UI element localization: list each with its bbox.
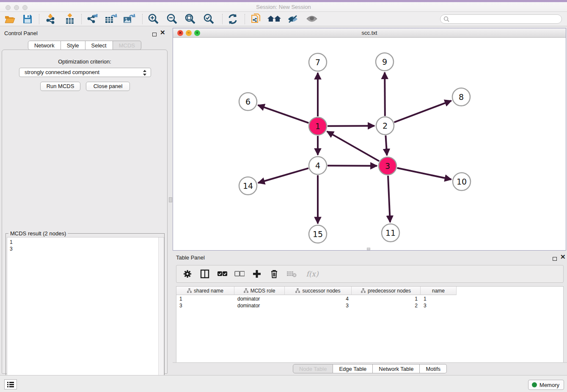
network-window-titlebar[interactable]: ✕ − + scc.txt (173, 28, 566, 38)
graph-edge-4-14[interactable] (258, 168, 308, 183)
tab-motifs[interactable]: Motifs (420, 364, 447, 373)
close-table-panel-icon[interactable]: ✕ (560, 255, 566, 259)
hide-selected-icon[interactable] (286, 14, 300, 25)
control-panel: Control Panel ✕ NetworkStyleSelectMCDS O… (0, 26, 169, 375)
delete-table-icon (286, 269, 297, 279)
cell-shared-name[interactable]: 3 (176, 302, 234, 309)
float-panel-icon[interactable] (152, 30, 157, 38)
tab-node-table[interactable]: Node Table (293, 364, 333, 373)
open-session-icon[interactable] (3, 14, 17, 25)
graph-edge-3-11[interactable] (388, 176, 390, 222)
minimize-view-button[interactable]: − (186, 30, 192, 36)
add-column-icon[interactable] (252, 269, 262, 279)
network-canvas[interactable]: 7968124314101511 (173, 38, 566, 250)
column-header-shared-name[interactable]: shared name (176, 287, 234, 295)
tab-network[interactable]: Network (28, 41, 61, 50)
memory-button[interactable]: Memory (528, 380, 564, 390)
cell-MCDS-role[interactable]: dominator (234, 302, 285, 309)
tab-mcds[interactable]: MCDS (113, 41, 141, 50)
select-all-icon[interactable] (217, 269, 227, 279)
network-overview-icon[interactable] (249, 14, 263, 25)
criterion-dropdown[interactable]: strongly connected component (19, 68, 151, 77)
split-columns-icon[interactable] (200, 269, 210, 279)
criterion-value: strongly connected component (25, 69, 99, 75)
graph-node-label-10: 10 (457, 177, 467, 186)
main-toolbar (0, 12, 567, 26)
graph-node-label-6: 6 (245, 97, 250, 106)
table-row[interactable]: 1dominator411 (176, 295, 564, 302)
save-session-icon[interactable] (20, 14, 35, 25)
node-table[interactable]: shared nameMCDS rolesuccessor nodesprede… (176, 286, 564, 362)
graph-edge-4-3[interactable] (328, 166, 377, 166)
graph-node-label-9: 9 (382, 57, 387, 66)
table-row[interactable]: 3dominator323 (176, 302, 564, 309)
deselect-all-icon[interactable] (234, 269, 245, 279)
mcds-result-title: MCDS result (2 nodes) (8, 230, 68, 237)
column-header-MCDS-role[interactable]: MCDS role (234, 287, 285, 295)
toolbar-separator (142, 14, 143, 24)
column-header-label: predecessor nodes (368, 288, 411, 294)
graph-edge-2-3[interactable] (385, 135, 387, 155)
cell-successor-nodes[interactable]: 3 (285, 302, 352, 309)
toolbar-separator (81, 14, 82, 24)
tab-style[interactable]: Style (61, 41, 85, 50)
control-panel-title: Control Panel (4, 30, 38, 36)
graph-edge-3-1[interactable] (327, 131, 379, 161)
column-header-predecessor-nodes[interactable]: predecessor nodes (352, 287, 421, 295)
minimize-window-button[interactable] (14, 5, 19, 10)
import-network-icon[interactable] (44, 14, 58, 25)
export-network-icon[interactable] (85, 14, 99, 25)
mcds-result-list[interactable]: 1 3 (7, 237, 164, 392)
zoom-fit-icon[interactable] (183, 14, 197, 25)
task-history-button[interactable] (4, 379, 17, 389)
memory-status-icon (532, 382, 537, 387)
column-header-name[interactable]: name (421, 287, 457, 295)
view-splitter-grip[interactable] (367, 248, 370, 250)
cell-successor-nodes[interactable]: 4 (285, 295, 352, 302)
cell-shared-name[interactable]: 1 (176, 295, 234, 302)
cell-predecessor-nodes[interactable]: 1 (352, 295, 421, 302)
search-input[interactable] (440, 14, 562, 24)
maximize-window-button[interactable] (22, 5, 28, 10)
run-mcds-button[interactable]: Run MCDS (40, 82, 80, 91)
splitter-grip[interactable] (169, 197, 172, 202)
tab-edge-table[interactable]: Edge Table (333, 364, 373, 373)
mcds-panel: Optimization criterion: strongly connect… (2, 50, 168, 374)
graph-edge-2-9[interactable] (385, 72, 385, 116)
cell-MCDS-role[interactable]: dominator (234, 295, 285, 302)
close-panel-icon[interactable]: ✕ (160, 30, 165, 35)
toolbar-separator (245, 14, 245, 24)
close-window-button[interactable] (6, 5, 11, 10)
settings-gear-icon[interactable] (182, 269, 193, 279)
zoom-in-icon[interactable] (146, 14, 160, 25)
panel-splitter[interactable] (169, 26, 172, 375)
zoom-out-icon[interactable] (165, 14, 179, 25)
result-scrollbar[interactable] (158, 237, 164, 392)
column-header-label: name (432, 288, 445, 294)
zoom-selected-icon[interactable] (201, 14, 216, 25)
graph-edge-2-8[interactable] (394, 101, 451, 122)
cell-predecessor-nodes[interactable]: 2 (352, 302, 421, 309)
export-image-icon[interactable] (122, 14, 136, 25)
graph-edge-3-10[interactable] (397, 168, 451, 179)
tab-select[interactable]: Select (85, 41, 113, 50)
close-view-button[interactable]: ✕ (177, 30, 183, 36)
column-header-label: MCDS role (250, 288, 275, 294)
delete-column-icon[interactable] (269, 269, 279, 279)
apply-layout-icon[interactable] (226, 14, 240, 25)
graph-edge-1-2[interactable] (328, 126, 374, 126)
toolbar-separator (222, 14, 223, 24)
first-neighbors-icon[interactable] (267, 14, 281, 25)
close-panel-button[interactable]: Close panel (86, 82, 130, 91)
graph-node-label-11: 11 (385, 228, 396, 237)
float-table-panel-icon[interactable] (553, 255, 557, 262)
show-all-icon[interactable] (305, 14, 319, 25)
export-table-icon[interactable] (104, 14, 118, 25)
cell-name[interactable]: 1 (421, 295, 457, 302)
column-header-successor-nodes[interactable]: successor nodes (285, 287, 352, 295)
graph-edge-1-6[interactable] (258, 105, 309, 123)
cell-name[interactable]: 3 (421, 302, 457, 309)
tab-network-table[interactable]: Network Table (373, 364, 420, 373)
maximize-view-button[interactable]: + (194, 30, 200, 36)
import-table-icon[interactable] (63, 14, 77, 25)
